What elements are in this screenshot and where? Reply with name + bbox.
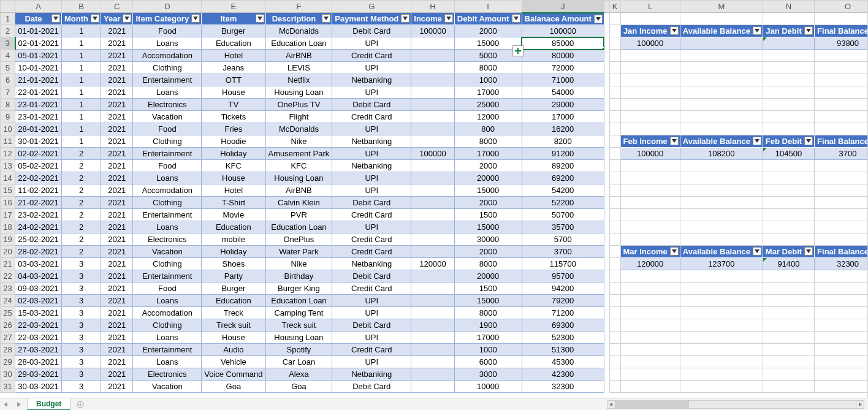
data-cell[interactable]: Accomodation xyxy=(133,184,202,197)
data-cell[interactable]: Clothing xyxy=(133,135,202,148)
data-cell[interactable]: 17000 xyxy=(522,111,604,123)
data-cell[interactable]: 2021 xyxy=(101,86,132,99)
summary-header-cell[interactable]: Available Balance xyxy=(680,135,763,148)
summary-header-cell[interactable]: Final Balance xyxy=(815,25,868,37)
data-cell[interactable]: Clothing xyxy=(133,319,202,332)
filter-dropdown-icon[interactable] xyxy=(753,26,761,35)
data-cell[interactable]: 12000 xyxy=(454,111,522,123)
data-cell[interactable] xyxy=(411,307,455,319)
data-cell[interactable]: Voice Command xyxy=(202,368,265,381)
empty-cell[interactable] xyxy=(609,344,620,356)
empty-cell[interactable] xyxy=(815,319,868,332)
empty-cell[interactable] xyxy=(763,62,814,74)
data-cell[interactable]: 23-01-2021 xyxy=(15,111,62,123)
empty-cell[interactable] xyxy=(815,307,868,319)
data-cell[interactable]: 15000 xyxy=(454,295,522,307)
row-header[interactable]: 16 xyxy=(1,197,15,209)
empty-cell[interactable] xyxy=(763,307,814,319)
column-header[interactable]: H xyxy=(411,1,455,13)
summary-header-cell[interactable]: Mar Debit xyxy=(763,246,814,258)
data-cell[interactable]: Burger xyxy=(202,25,265,37)
empty-cell[interactable] xyxy=(763,123,814,135)
summary-header-cell[interactable]: Jan Income xyxy=(620,25,680,37)
data-cell[interactable]: 3 xyxy=(62,344,101,356)
data-cell[interactable]: 2021 xyxy=(101,307,132,319)
data-cell[interactable]: 28-03-2021 xyxy=(15,356,62,368)
data-cell[interactable]: T-Shirt xyxy=(202,197,265,209)
empty-cell[interactable] xyxy=(680,123,763,135)
data-cell[interactable]: Spotify xyxy=(265,344,332,356)
empty-cell[interactable] xyxy=(620,344,680,356)
data-cell[interactable]: Netbanking xyxy=(332,258,411,270)
empty-cell[interactable] xyxy=(609,246,620,258)
column-header[interactable]: A xyxy=(15,1,62,13)
filter-dropdown-icon[interactable] xyxy=(804,137,813,145)
data-cell[interactable] xyxy=(411,295,455,307)
empty-cell[interactable] xyxy=(620,283,680,295)
data-cell[interactable] xyxy=(411,172,455,184)
summary-header-cell[interactable]: Feb Income xyxy=(620,135,680,148)
empty-cell[interactable] xyxy=(680,62,763,74)
empty-cell[interactable] xyxy=(680,221,763,233)
data-cell[interactable]: Food xyxy=(133,283,202,295)
data-cell[interactable]: Housing Loan xyxy=(265,86,332,99)
empty-cell[interactable] xyxy=(815,160,868,172)
data-cell[interactable]: 8200 xyxy=(522,135,604,148)
row-header[interactable]: 23 xyxy=(1,283,15,295)
data-cell[interactable]: Education Loan xyxy=(265,221,332,233)
data-cell[interactable]: 2021 xyxy=(101,368,132,381)
empty-cell[interactable] xyxy=(680,307,763,319)
empty-cell[interactable] xyxy=(609,62,620,74)
column-header[interactable]: J xyxy=(522,1,604,13)
row-header[interactable]: 6 xyxy=(1,74,15,86)
data-cell[interactable]: 5700 xyxy=(522,233,604,246)
empty-cell[interactable] xyxy=(680,209,763,221)
data-cell[interactable]: Entertainment xyxy=(133,74,202,86)
row-header[interactable]: 28 xyxy=(1,344,15,356)
data-cell[interactable]: Jeans xyxy=(202,62,265,74)
data-cell[interactable]: 8000 xyxy=(454,258,522,270)
empty-cell[interactable] xyxy=(763,111,814,123)
data-cell[interactable]: Burger xyxy=(202,283,265,295)
data-cell[interactable]: 71000 xyxy=(522,74,604,86)
empty-cell[interactable] xyxy=(609,197,620,209)
row-header[interactable]: 26 xyxy=(1,319,15,332)
data-cell[interactable]: 21-02-2021 xyxy=(15,197,62,209)
empty-cell[interactable] xyxy=(763,270,814,283)
data-cell[interactable]: 2 xyxy=(62,172,101,184)
empty-cell[interactable] xyxy=(609,135,620,148)
data-cell[interactable] xyxy=(411,246,455,258)
empty-cell[interactable] xyxy=(609,270,620,283)
data-cell[interactable]: Fries xyxy=(202,123,265,135)
row-header[interactable]: 18 xyxy=(1,221,15,233)
data-cell[interactable]: 1900 xyxy=(454,319,522,332)
data-cell[interactable]: AirBNB xyxy=(265,50,332,62)
empty-cell[interactable] xyxy=(815,197,868,209)
data-cell[interactable]: Education Loan xyxy=(265,295,332,307)
filter-dropdown-icon[interactable] xyxy=(123,14,131,23)
row-header[interactable]: 4 xyxy=(1,50,15,62)
empty-cell[interactable] xyxy=(620,209,680,221)
data-cell[interactable]: House xyxy=(202,172,265,184)
data-cell[interactable]: UPI xyxy=(332,332,411,344)
data-cell[interactable]: 89200 xyxy=(522,160,604,172)
data-cell[interactable]: 2021 xyxy=(101,148,132,160)
empty-cell[interactable] xyxy=(763,221,814,233)
filter-dropdown-icon[interactable] xyxy=(670,137,679,145)
data-cell[interactable]: UPI xyxy=(332,86,411,99)
data-cell[interactable]: 1500 xyxy=(454,209,522,221)
data-cell[interactable]: 94200 xyxy=(522,283,604,295)
empty-cell[interactable] xyxy=(620,319,680,332)
column-header[interactable]: D xyxy=(133,1,202,13)
data-cell[interactable]: 1 xyxy=(62,123,101,135)
data-cell[interactable] xyxy=(411,332,455,344)
empty-cell[interactable] xyxy=(815,172,868,184)
data-cell[interactable]: 25-02-2021 xyxy=(15,233,62,246)
empty-cell[interactable] xyxy=(680,344,763,356)
data-cell[interactable]: 17000 xyxy=(454,332,522,344)
tab-nav-prev[interactable] xyxy=(0,399,12,410)
data-cell[interactable]: 1 xyxy=(62,50,101,62)
table-header-cell[interactable]: Payment Method xyxy=(332,13,411,25)
data-cell[interactable]: UPI xyxy=(332,62,411,74)
empty-cell[interactable] xyxy=(609,356,620,368)
